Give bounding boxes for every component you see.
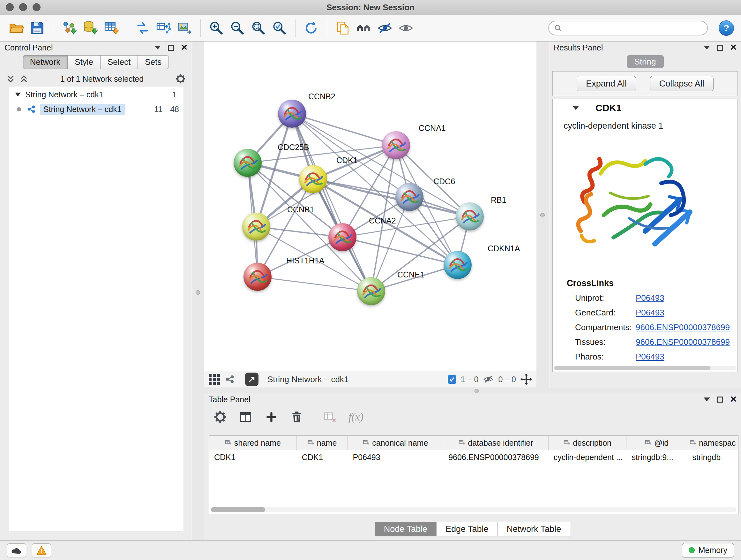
entry-disclosure-icon[interactable] <box>572 106 579 110</box>
horizontal-splitter-handle[interactable] <box>475 389 479 393</box>
table-horizontal-scrollbar[interactable] <box>211 507 736 512</box>
zoom-in-button[interactable] <box>207 18 226 38</box>
refresh-button[interactable] <box>302 18 320 38</box>
import-table-from-file-button[interactable] <box>102 18 120 38</box>
zoom-out-button[interactable] <box>228 18 247 38</box>
memory-button[interactable]: Memory <box>682 543 734 558</box>
hidden-eye-slash-icon[interactable] <box>483 374 494 385</box>
table-options-gear-icon[interactable] <box>213 410 227 424</box>
network-node-ccnb2[interactable] <box>278 100 306 128</box>
close-window-button[interactable] <box>6 3 14 11</box>
selected-nodes-checkbox[interactable] <box>448 375 456 384</box>
zoom-selected-button[interactable] <box>270 18 289 38</box>
maximize-window-button[interactable] <box>32 3 41 11</box>
float-panel-icon[interactable] <box>717 396 723 402</box>
export-image-button[interactable] <box>176 18 194 38</box>
column-header--id[interactable]: @id <box>626 436 687 450</box>
column-header-database-identifier[interactable]: database identifier <box>443 436 549 450</box>
right-splitter-handle[interactable] <box>540 213 545 217</box>
node-attribute-table[interactable]: shared namenamecanonical namedatabase id… <box>209 435 738 514</box>
column-header-name[interactable]: name <box>297 436 348 450</box>
entry-horizontal-scrollbar[interactable] <box>554 366 736 370</box>
open-in-new-window-button[interactable] <box>245 373 259 386</box>
search-input[interactable] <box>565 23 702 33</box>
pan-crosshair-icon[interactable] <box>521 374 532 385</box>
close-panel-icon[interactable]: × <box>730 42 737 52</box>
network-arrows-button[interactable] <box>133 18 152 38</box>
network-node-count: 11 <box>148 105 162 114</box>
copy-document-button[interactable] <box>333 18 352 38</box>
column-header-canonical-name[interactable]: canonical name <box>347 436 443 450</box>
network-node-cdkn1a[interactable] <box>444 251 472 279</box>
expand-all-button[interactable]: Expand All <box>577 76 636 91</box>
left-splitter-handle[interactable] <box>196 290 200 295</box>
float-panel-icon[interactable] <box>717 45 723 51</box>
help-button[interactable]: ? <box>719 20 734 36</box>
network-node-ccna1[interactable] <box>382 131 410 159</box>
crosslink-value-link[interactable]: P06493 <box>636 308 664 318</box>
show-all-button[interactable] <box>397 18 415 38</box>
node-label-rb1: RB1 <box>491 195 507 205</box>
network-node-hist1h1a[interactable] <box>244 263 272 291</box>
collapse-panel-icon[interactable] <box>704 46 710 50</box>
network-collection-row[interactable]: String Network – cdk1 1 <box>9 87 183 102</box>
collapse-all-button[interactable]: Collapse All <box>650 76 714 91</box>
delete-column-trash-icon[interactable] <box>290 410 304 424</box>
import-network-from-file-button[interactable] <box>60 18 78 38</box>
close-panel-icon[interactable]: × <box>181 42 187 52</box>
crosslink-value-link[interactable]: P06493 <box>636 293 664 303</box>
column-type-icon <box>689 439 696 446</box>
tab-network-table[interactable]: Network Table <box>497 522 570 537</box>
network-node-cdk1[interactable] <box>299 165 327 193</box>
column-header-namespac[interactable]: namespac <box>687 436 738 450</box>
show-columns-icon[interactable] <box>239 410 253 424</box>
home-button[interactable] <box>354 18 373 38</box>
tab-network[interactable]: Network <box>23 55 68 69</box>
network-node-cdc6[interactable] <box>395 183 423 211</box>
table-row[interactable]: CDK1CDK1P064939606.ENSP00000378699cyclin… <box>209 450 738 464</box>
crosslink-value-link[interactable]: 9606.ENSP00000378699 <box>636 337 730 347</box>
minimize-window-button[interactable] <box>19 3 27 11</box>
network-edge[interactable] <box>292 114 396 145</box>
import-network-from-database-button[interactable] <box>81 18 99 38</box>
collapse-all-icon[interactable] <box>6 74 15 84</box>
birds-eye-view-icon[interactable] <box>209 374 220 385</box>
tab-sets[interactable]: Sets <box>138 55 169 69</box>
zoom-fit-button[interactable] <box>249 18 268 38</box>
hide-selected-button[interactable] <box>376 18 394 38</box>
tab-edge-table[interactable]: Edge Table <box>436 522 498 537</box>
float-panel-icon[interactable] <box>168 45 174 51</box>
create-network-from-table-button[interactable] <box>154 18 173 38</box>
add-column-plus-icon[interactable] <box>264 410 278 424</box>
cloud-status-button[interactable] <box>7 543 26 557</box>
column-header-description[interactable]: description <box>549 436 627 450</box>
network-canvas[interactable]: CCNB2CCNA1CDC25BCDK1CDC6RB1CCNB1CCNA2CDK… <box>204 42 536 371</box>
crosslink-value-link[interactable]: 9606.ENSP00000378699 <box>636 322 730 332</box>
tab-style[interactable]: Style <box>67 55 100 69</box>
save-session-button[interactable] <box>28 18 47 38</box>
network-node-ccna2[interactable] <box>328 223 356 251</box>
network-edge[interactable] <box>258 277 371 291</box>
collapse-panel-icon[interactable] <box>704 397 710 401</box>
network-node-ccnb1[interactable] <box>242 212 270 241</box>
collapse-panel-icon[interactable] <box>154 46 161 50</box>
column-header-shared-name[interactable]: shared name <box>209 436 297 450</box>
collection-disclosure-icon[interactable] <box>15 92 21 97</box>
network-options-gear-icon[interactable] <box>175 73 186 84</box>
network-node-ccne1[interactable] <box>357 277 385 305</box>
tab-node-table[interactable]: Node Table <box>375 522 436 537</box>
network-node-rb1[interactable] <box>456 202 484 231</box>
network-label: String Network – cdk1 <box>40 104 125 115</box>
open-session-button[interactable] <box>7 18 25 38</box>
entry-header[interactable]: CDK1 <box>553 99 738 117</box>
tab-select[interactable]: Select <box>100 55 138 69</box>
toolbar-search[interactable] <box>548 21 708 36</box>
close-panel-icon[interactable]: × <box>730 393 737 404</box>
warnings-button[interactable] <box>32 543 51 557</box>
network-type-share-icon[interactable] <box>225 374 234 384</box>
network-node-cdc25b[interactable] <box>233 149 262 177</box>
crosslink-value-link[interactable]: P06493 <box>636 352 664 362</box>
expand-all-icon[interactable] <box>19 74 29 84</box>
tab-string[interactable]: String <box>627 55 664 68</box>
network-row-selected[interactable]: String Network – cdk1 11 48 <box>9 102 183 117</box>
